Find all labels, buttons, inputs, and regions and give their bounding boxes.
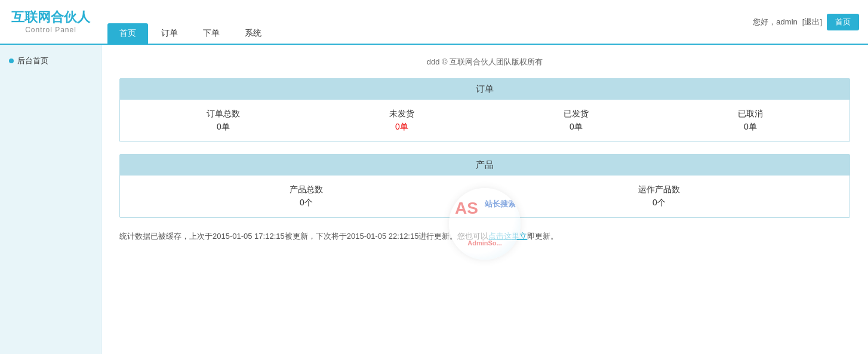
logo-sub: Control Panel — [25, 26, 76, 34]
order-section-title: 订单 — [120, 79, 849, 100]
product-section-title: 产品 — [120, 155, 849, 176]
stat-cancelled-label: 已取消 — [738, 109, 763, 119]
nav-area: 首页 订单 下单 系统 — [101, 0, 744, 44]
nav-tab-home[interactable]: 首页 — [107, 23, 148, 44]
user-greeting: 您好，admin — [753, 17, 797, 27]
sidebar-item-dashboard[interactable]: 后台首页 — [0, 51, 101, 71]
logo-highlight: 互联网合伙人 — [11, 10, 90, 24]
product-section: 产品 产品总数 0个 运作产品数 0个 — [119, 154, 850, 218]
footer-note-suffix: 即更新。 — [527, 232, 558, 241]
stat-total-products: 产品总数 0个 — [290, 184, 323, 208]
footer-note: 统计数据已被缓存，上次于2015-01-05 17:12:15被更新，下次将于2… — [119, 230, 850, 243]
stat-shipped: 已发货 0单 — [564, 109, 589, 133]
stat-unshipped-value: 0单 — [389, 122, 414, 133]
footer-note-prefix: 统计数据已被缓存，上次于2015-01-05 17:12:15被更新，下次将于2… — [119, 232, 488, 241]
stat-cancelled-value: 0单 — [738, 122, 763, 133]
home-button[interactable]: 首页 — [827, 14, 859, 30]
nav-tab-orders[interactable]: 订单 — [149, 23, 190, 44]
product-section-body: 产品总数 0个 运作产品数 0个 — [120, 176, 849, 217]
sidebar: 后台首页 — [0, 45, 101, 354]
stat-shipped-value: 0单 — [564, 122, 589, 133]
logo-area: 互联网合伙人 Control Panel — [0, 0, 101, 44]
nav-tab-system[interactable]: 系统 — [233, 23, 273, 44]
content-area: ddd © 互联网合伙人团队版权所有 订单 订单总数 0单 未发货 0单 已发货… — [101, 45, 868, 354]
user-area: 您好，admin [退出] 首页 — [744, 0, 868, 44]
page-copyright: ddd © 互联网合伙人团队版权所有 — [119, 57, 850, 67]
stat-cancelled: 已取消 0单 — [738, 109, 763, 133]
dot-icon — [9, 59, 14, 63]
sidebar-item-label: 后台首页 — [17, 56, 48, 66]
nav-tab-place-order[interactable]: 下单 — [191, 23, 232, 44]
refresh-link[interactable]: 点击这里立 — [488, 232, 527, 241]
stat-total-orders-value: 0单 — [207, 122, 240, 133]
stat-active-products: 运作产品数 0个 — [638, 184, 680, 208]
stat-active-products-label: 运作产品数 — [638, 184, 680, 195]
main-layout: 后台首页 ddd © 互联网合伙人团队版权所有 订单 订单总数 0单 未发货 0… — [0, 45, 868, 354]
stat-total-orders: 订单总数 0单 — [207, 109, 240, 133]
order-section-body: 订单总数 0单 未发货 0单 已发货 0单 已取消 0单 — [120, 100, 849, 141]
stat-shipped-label: 已发货 — [564, 109, 589, 119]
logout-link[interactable]: [退出] — [802, 17, 822, 27]
stat-active-products-value: 0个 — [638, 198, 680, 208]
order-section: 订单 订单总数 0单 未发货 0单 已发货 0单 已取消 0单 — [119, 78, 850, 142]
stat-total-orders-label: 订单总数 — [207, 109, 240, 119]
stat-unshipped-label: 未发货 — [389, 109, 414, 119]
logo-text: 互联网合伙人 — [11, 10, 90, 25]
stat-total-products-label: 产品总数 — [290, 184, 323, 195]
stat-total-products-value: 0个 — [290, 198, 323, 208]
header: 互联网合伙人 Control Panel 首页 订单 下单 系统 您好，admi… — [0, 0, 868, 45]
stat-unshipped: 未发货 0单 — [389, 109, 414, 133]
